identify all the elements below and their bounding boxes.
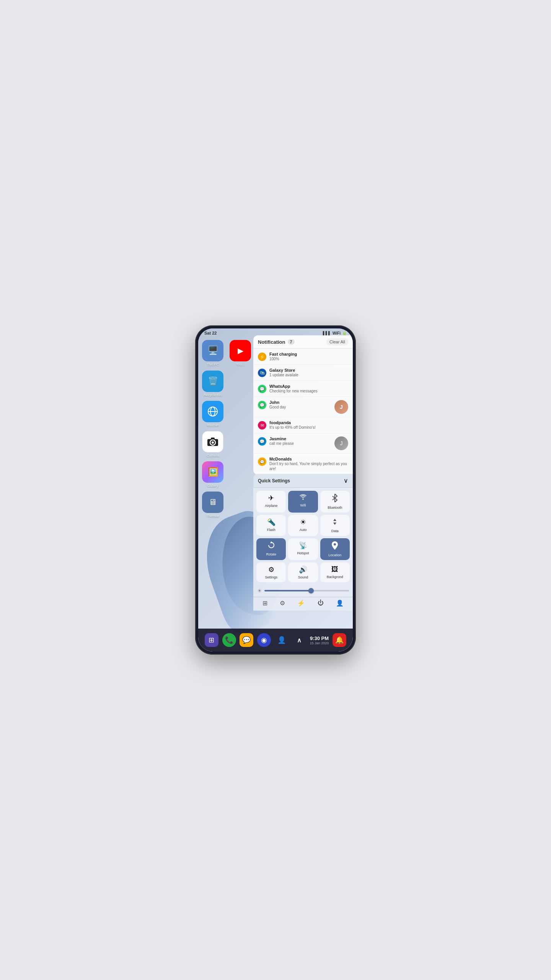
dock-time-main: 9:30 PM [310, 635, 329, 641]
dock-messages[interactable]: 💬 [240, 633, 253, 647]
notif-msg-galaxy-store: 1 update availale [269, 372, 348, 377]
app-gallery[interactable]: 🖼️ Gallery [202, 461, 223, 488]
qs-wifi-label: Wifi [300, 503, 306, 507]
qs-background[interactable]: 🖼 Backgrond [320, 562, 350, 582]
background-icon: 🖼 [331, 565, 338, 573]
app-gallery-icon: 🖼️ [202, 461, 223, 483]
notif-content-galaxy-store: Galaxy Store 1 update availale [269, 368, 348, 377]
qs-airplane[interactable]: ✈ Airplane [256, 491, 286, 513]
dock-contacts[interactable]: 👤 [275, 633, 289, 647]
qs-grid-icon[interactable]: ⊞ [262, 599, 267, 607]
dock-browser[interactable]: ◉ [257, 633, 271, 647]
auto-icon: ☀ [300, 518, 306, 526]
app-youtube[interactable]: ▶ You... [230, 340, 251, 366]
location-icon [332, 541, 338, 552]
notif-item-jasmine[interactable]: 💬 Jasmine call me please J [253, 433, 353, 454]
foodpanda-icon: ✉ [258, 421, 266, 430]
top-apps-row: 🖥️ Thic PC ▶ You... [202, 340, 251, 366]
app-thicpc[interactable]: 🖥️ Thic PC [202, 340, 223, 366]
whatsapp-icon: 💬 [258, 385, 266, 393]
status-date: Sat 22 [204, 331, 217, 335]
notif-item-foodpanda[interactable]: ✉ foodpanda It's up to 49% off Domino's! [253, 417, 353, 433]
wifi-icon [299, 494, 307, 502]
notif-item-mcdonalds[interactable]: 💬 McDonalds Don't try so hard, You're si… [253, 454, 353, 475]
notif-app-mcdonalds: McDonalds [269, 457, 348, 461]
hotspot-icon: 📡 [299, 541, 307, 550]
flash-icon: 🔦 [267, 518, 276, 526]
brightness-track[interactable] [264, 590, 349, 591]
dock: ⊞ 📞 💬 ◉ 👤 ∧ 9:30 PM 15 Jan 2020 🔔 [198, 629, 353, 652]
notif-content-mcdonalds: McDonalds Don't try so hard, You're simp… [269, 457, 348, 471]
qs-user-icon[interactable]: 👤 [336, 599, 344, 607]
qs-sound[interactable]: 🔊 Sound [288, 562, 318, 582]
notif-item-galaxy-store[interactable]: 🛍 Galaxy Store 1 update availale [253, 365, 353, 381]
svg-point-5 [212, 441, 214, 444]
brightness-row: ☀ [253, 585, 353, 597]
wifi-status-icon: WiFi [333, 331, 341, 335]
notif-avatar-john: J [334, 400, 348, 414]
qs-bluetooth-label: Bluetooth [328, 506, 342, 510]
app-themee[interactable]: 🖥 Themee [202, 492, 223, 518]
notif-content-foodpanda: foodpanda It's up to 49% off Domino's! [269, 420, 348, 430]
dock-time-date: 15 Jan 2020 [310, 641, 329, 645]
phone-screen: Sat 22 ▌▌▌ WiFi 🔋 🖥️ Thic PC ▶ You... [198, 328, 353, 652]
notif-msg-john: Good day [269, 405, 331, 410]
qs-data[interactable]: Data [320, 515, 350, 536]
notif-app-jasmine: Jasmine [269, 436, 331, 441]
qs-auto[interactable]: ☀ Auto [288, 515, 318, 536]
data-icon [332, 518, 338, 528]
notif-item-fast-charging[interactable]: ⚡ Fast charging 100% [253, 349, 353, 365]
app-themee-label: Themee [206, 514, 219, 518]
qs-settings-gear-icon[interactable]: ⚙ [280, 599, 285, 607]
app-gallery-label: Gallery [207, 484, 218, 488]
qs-bottom-icons-row: ⊞ ⚙ ⚡ ⏻ 👤 [253, 597, 353, 611]
app-camera-icon [202, 431, 223, 452]
rotate-icon [267, 541, 275, 551]
airplane-icon: ✈ [268, 494, 274, 502]
bluetooth-icon [332, 494, 338, 504]
qs-data-label: Data [331, 529, 339, 533]
settings-icon: ⚙ [268, 565, 274, 574]
notif-title: Notification 7 [258, 339, 295, 345]
brightness-icon: ☀ [257, 588, 262, 594]
qs-bluetooth[interactable]: Bluetooth [320, 491, 350, 513]
dock-phone[interactable]: 📞 [222, 633, 236, 647]
dock-bell[interactable]: 🔔 [333, 633, 346, 647]
notif-item-whatsapp[interactable]: 💬 WhatsApp Checking for new messages [253, 381, 353, 397]
qs-hotspot-label: Hotspot [297, 551, 309, 555]
status-bar: Sat 22 ▌▌▌ WiFi 🔋 [198, 328, 353, 336]
brightness-thumb[interactable] [308, 588, 314, 593]
clear-all-button[interactable]: Clear All [326, 338, 348, 345]
dock-apps-grid[interactable]: ⊞ [205, 633, 218, 647]
app-internet[interactable]: Internet [202, 401, 223, 427]
svg-point-9 [334, 543, 336, 546]
notif-app-galaxy-store: Galaxy Store [269, 368, 348, 372]
qs-wifi[interactable]: Wifi [288, 491, 318, 513]
sound-icon: 🔊 [299, 565, 307, 574]
app-camera[interactable]: Camera [202, 431, 223, 457]
notif-content-fast-charging: Fast charging 100% [269, 352, 348, 361]
notif-badge: 7 [288, 339, 295, 345]
app-internet-icon [202, 401, 223, 422]
qs-hotspot[interactable]: 📡 Hotspot [288, 538, 318, 560]
john-notif-icon: 💬 [258, 401, 266, 409]
app-themee-icon: 🖥 [202, 492, 223, 513]
qs-flash[interactable]: 🔦 Flash [256, 515, 286, 536]
qs-rotate[interactable]: Rotate [256, 538, 286, 560]
app-recycle-bin[interactable]: 🗑️ Recycle Bin [202, 371, 223, 397]
notif-item-john[interactable]: 💬 John Good day J [253, 397, 353, 417]
quick-settings-collapse-icon[interactable]: ∨ [344, 477, 348, 484]
qs-power-icon[interactable]: ⏻ [318, 599, 324, 607]
qs-location[interactable]: Location [320, 538, 350, 560]
notif-app-whatsapp: WhatsApp [269, 384, 348, 389]
status-icons: ▌▌▌ WiFi 🔋 [323, 331, 347, 335]
qs-settings[interactable]: ⚙ Settings [256, 562, 286, 582]
qs-location-label: Location [328, 553, 341, 557]
app-thicpc-icon: 🖥️ [202, 340, 223, 361]
qs-rotate-label: Rotate [266, 552, 276, 556]
dock-up-arrow[interactable]: ∧ [292, 633, 306, 647]
app-internet-label: Internet [207, 423, 219, 427]
qs-apps-icon[interactable]: ⚡ [297, 599, 305, 607]
qs-auto-label: Auto [300, 528, 307, 532]
phone-frame: Sat 22 ▌▌▌ WiFi 🔋 🖥️ Thic PC ▶ You... [195, 325, 356, 655]
